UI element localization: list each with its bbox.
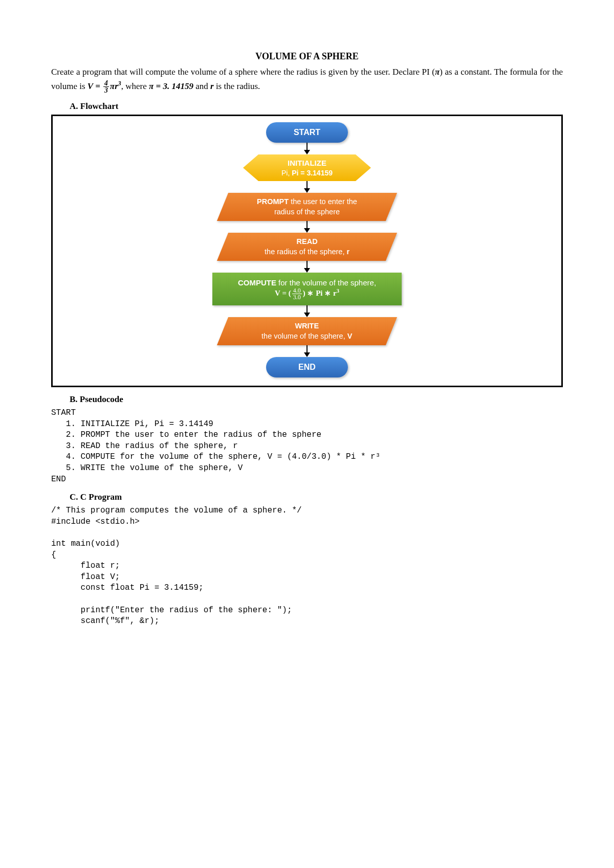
pseudocode-block: START 1. INITIALIZE Pi, Pi = 3.14149 2. … [51, 408, 563, 485]
flow-start-label: START [294, 127, 320, 138]
flow-read: READ the radius of the sphere, r [217, 233, 397, 261]
arrow-icon [304, 143, 310, 154]
intro-text: and [193, 81, 210, 91]
c-program-block: /* This program computes the volume of a… [51, 505, 563, 627]
flow-end-label: END [298, 362, 316, 373]
flow-write: WRITE the volume of the sphere, V [217, 317, 397, 345]
fraction: 43 [103, 80, 109, 94]
arrow-icon [304, 345, 310, 357]
section-c-label: C. C Program [70, 492, 563, 502]
flow-initialize: INITIALIZE Pi, Pi = 3.14159 [243, 154, 371, 181]
t: 3 [337, 288, 339, 294]
t: WRITE [295, 322, 319, 330]
page-title: VOLUME OF A SPHERE [51, 51, 563, 62]
flowchart-container: START INITIALIZE Pi, Pi = 3.14159 PROMPT… [51, 115, 563, 387]
flow-end: END [266, 357, 348, 377]
t: the radius of the sphere, [265, 248, 346, 256]
t: V [347, 332, 353, 341]
arrow-icon [304, 305, 310, 317]
intro-paragraph: Create a program that will compute the v… [51, 65, 563, 94]
t: Pi = 3.14159 [292, 169, 333, 177]
fraction-numerator: 4 [103, 80, 109, 87]
flow-prompt: PROMPT the user to enter the radius of t… [217, 193, 397, 221]
t: the user to enter the [289, 197, 357, 206]
t: Pi, [281, 169, 292, 177]
flow-init-label: INITIALIZE [288, 158, 326, 168]
pi-equals: π = 3. 14159 [149, 81, 193, 91]
intro-text: , where [121, 81, 149, 91]
flow-compute: COMPUTE for the volume of the sphere, V … [212, 273, 402, 305]
intro-text: Create a program that will compute the v… [51, 67, 435, 77]
flow-start: START [266, 122, 348, 143]
t: for the volume of the sphere, [276, 278, 376, 287]
flowchart: START INITIALIZE Pi, Pi = 3.14159 PROMPT… [58, 122, 556, 377]
fraction: 4.03.0 [292, 287, 302, 300]
section-a-label: A. Flowchart [70, 101, 563, 112]
fraction-denominator: 3 [103, 87, 109, 94]
t: r [346, 248, 349, 256]
pi-symbol: π [435, 67, 440, 77]
section-b-label: B. Pseudocode [70, 394, 563, 405]
t: V = ( [275, 289, 291, 297]
t: 3.0 [292, 294, 302, 300]
formula-v: V = [87, 81, 102, 91]
flow-init-value: Pi, Pi = 3.14159 [281, 168, 333, 177]
intro-text: is the radius. [214, 81, 260, 91]
t: READ [296, 237, 317, 246]
arrow-icon [304, 181, 310, 193]
formula-tail: πr [110, 81, 118, 91]
arrow-icon [304, 221, 310, 233]
t: ) ∗ Pi ∗ r [303, 289, 337, 297]
t: radius of the sphere [274, 208, 340, 216]
t: PROMPT [257, 197, 289, 206]
r-symbol: r [210, 81, 214, 91]
t: COMPUTE [238, 278, 276, 287]
t: the volume of the sphere, [261, 332, 347, 341]
arrow-icon [304, 261, 310, 273]
